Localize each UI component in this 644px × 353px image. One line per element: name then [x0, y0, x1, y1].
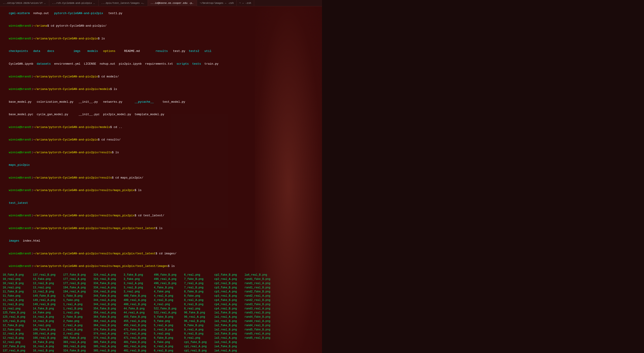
file-item: 125_real_B.png — [2, 319, 32, 324]
file-item — [274, 315, 304, 319]
file-item: cp1_real_B.png — [183, 349, 214, 353]
file-item: 13_real_B.png — [32, 281, 62, 286]
file-item: 354_real_A.png — [92, 311, 123, 315]
file-item: 149_real_A.png — [32, 298, 62, 303]
file-item: rand1_fake_B.png — [244, 277, 274, 281]
file-item: 354_fake_B.png — [92, 307, 123, 311]
file-item: rand1_real_A.png — [244, 281, 274, 286]
line-2: winnie@brandt:~/ariana$ cd pytorch-Cycle… — [2, 20, 320, 33]
file-item: 344_real_B.png — [92, 303, 123, 307]
file-item — [274, 340, 304, 345]
file-item: rand5_fake_B.png — [244, 328, 274, 332]
file-item: 455_real_A.png — [123, 319, 153, 324]
line-8: base_model.py colorization_model.py __in… — [2, 96, 320, 108]
file-item: 385_fake_B.png — [92, 340, 123, 345]
file-item — [274, 336, 304, 340]
file-item — [274, 349, 304, 353]
file-item — [274, 281, 304, 286]
file-item: 481_real_B.png — [123, 349, 153, 353]
file-item: cp3_real_A.png — [214, 290, 244, 294]
file-item: rand4_fake_B.png — [244, 315, 274, 319]
line-14: winnie@brandt:~/ariana/pytorch-CycleGAN-… — [2, 172, 320, 184]
file-item: 7_real_A.png — [183, 281, 214, 286]
file-item: 16_fake_B.png — [32, 340, 62, 345]
file-item: 400_real_A.png — [123, 298, 153, 303]
tab-3[interactable]: ...2pix/test_latest/images — -zsh ... — [98, 0, 148, 6]
file-item — [274, 328, 304, 332]
file-item: la1_real_A.png — [214, 315, 244, 319]
file-item: 137_real_A.png — [2, 349, 32, 353]
file-item: 9_real.png — [183, 336, 214, 340]
file-item: la1_fake_B.png — [214, 311, 244, 315]
file-item — [274, 303, 304, 307]
file-item: 303_real_B.png — [62, 345, 92, 349]
file-item: 10_real.png — [2, 286, 32, 290]
file-item: 1_real_A.png — [62, 303, 92, 307]
file-item: 5_real_B.png — [153, 328, 183, 332]
file-item: 364_real_A.png — [92, 319, 123, 324]
file-item: cp1_real_A.png — [183, 345, 214, 349]
file-item: cp1_fake_B.png — [183, 340, 214, 345]
file-item: 1_real_B.png — [62, 307, 92, 311]
file-item: 13_real_B.png — [32, 290, 62, 294]
file-item: 2_fake_B.png — [62, 315, 92, 319]
file-item: 8_real_A.png — [183, 298, 214, 303]
tab-1[interactable]: ...sktop/2019-2020/union/JT — -zsh — [0, 0, 49, 6]
file-item: 194_fake_A.png — [62, 286, 92, 290]
file-item: cp3_fake_B.png — [214, 286, 244, 290]
file-item: 96_fake_B.png — [183, 311, 214, 315]
file-item: 522_fake_B.png — [153, 307, 183, 311]
file-item: rand2_real_B.png — [244, 298, 274, 303]
tab-2[interactable]: ...rch-CycleGAN-and-pix2pix — -zsh — [49, 0, 98, 6]
file-item: 400_real_B.png — [123, 303, 153, 307]
line-3: winnie@brandt:~/ariana/pytorch-CycleGAN-… — [2, 32, 320, 45]
file-item: 149_fake_B.png — [32, 294, 62, 298]
file-item: 166_fake_B.png — [32, 328, 62, 332]
file-item: 344_fake_B.png — [92, 294, 123, 298]
file-item: la3_real_A.png — [214, 336, 244, 340]
file-item — [274, 307, 304, 311]
line-13: maps_pix2pix — [2, 159, 320, 172]
file-item: 2_real_A.png — [62, 324, 92, 328]
file-item: 194_real_A.png — [62, 290, 92, 294]
file-item — [274, 298, 304, 303]
file-item: cp2_real_A.png — [214, 277, 244, 281]
line-6: winnie@brandt:~/ariana/pytorch-CycleGAN-… — [2, 70, 320, 83]
tab-4[interactable]: ...ie@Keene.ee.cooper.edu -p 31415 — [148, 0, 197, 6]
file-listing: 10_fake_B.png 137_real_B.png 177_fake_B.… — [2, 273, 320, 353]
file-item: 14_fake_B.png — [32, 307, 62, 311]
file-item: 496_real_A.png — [153, 277, 183, 281]
file-item: 96_real_B.png — [183, 319, 214, 324]
line-16: test_latest — [2, 197, 320, 210]
file-item: 14_real.png — [32, 324, 62, 328]
file-item: 13_fake.png — [32, 277, 62, 281]
line-19: images index.html — [2, 235, 320, 248]
tab-5[interactable]: ~/Desktop/images — -zsh — [197, 0, 237, 6]
file-item: 3_real_B.png — [123, 286, 153, 290]
file-item: 6_fake.png — [153, 340, 183, 345]
file-item: 6_fake_B.png — [153, 336, 183, 340]
file-item — [274, 273, 304, 277]
tab-6[interactable]: ~ — -zsh — [237, 0, 254, 6]
file-item: 166_real_B.png — [32, 336, 62, 340]
file-item: la3_real_B.png — [214, 340, 244, 345]
file-item: 2_real.png — [62, 332, 92, 336]
file-item: 374_real_A.png — [92, 332, 123, 336]
line-20: winnie@brandt:~/ariana/pytorch-CycleGAN-… — [2, 247, 320, 260]
file-item: 4_fake_B.png — [153, 286, 183, 290]
file-item: 364_real_B.png — [92, 324, 123, 328]
file-item: cp2_real_B.png — [214, 281, 244, 286]
file-item: 8_real.png — [183, 307, 214, 311]
file-item: 125_real_A.png — [2, 315, 32, 319]
file-item: 166_real_A.png — [32, 332, 62, 336]
line-7: winnie@brandt:~/ariana/pytorch-CycleGAN-… — [2, 83, 320, 96]
file-item: 1_fake_B.png — [62, 294, 92, 298]
file-item: 149_real_B.png — [32, 303, 62, 307]
file-item: rand5_real_B.png — [244, 336, 274, 340]
file-item: 1_fake.png — [62, 298, 92, 303]
file-item: rand3_real_A.png — [244, 307, 274, 311]
file-item: rand4_real_A.png — [244, 319, 274, 324]
file-item: 324_real_A.png — [92, 273, 123, 277]
file-item: la4_fake_B.png — [214, 345, 244, 349]
file-item: 12_fake_B.png — [2, 324, 32, 328]
